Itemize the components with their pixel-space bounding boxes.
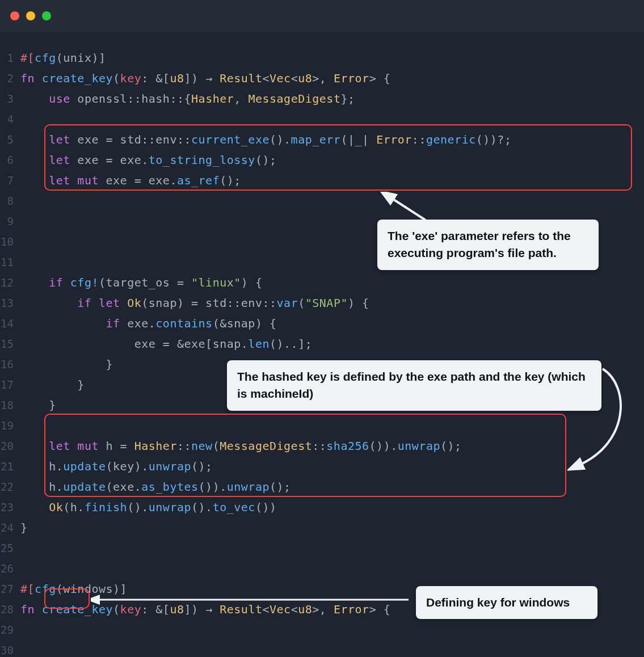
code-content[interactable]: }: [20, 374, 85, 395]
code-content[interactable]: }: [20, 354, 113, 374]
code-line[interactable]: 1#[cfg(unix)]: [0, 48, 644, 68]
code-content[interactable]: if let Ok(snap) = std::env::var("SNAP") …: [20, 293, 369, 313]
line-number: 28: [0, 599, 20, 620]
line-number: 15: [0, 334, 20, 354]
line-number: 20: [0, 436, 20, 456]
code-line[interactable]: 20 let mut h = Hasher::new(MessageDigest…: [0, 436, 644, 456]
minimize-window-button[interactable]: [26, 11, 35, 20]
code-line[interactable]: 5 let exe = std::env::current_exe().map_…: [0, 129, 644, 150]
code-line[interactable]: 23 Ok(h.finish().unwrap().to_vec()): [0, 497, 644, 517]
code-line[interactable]: 24}: [0, 517, 644, 538]
code-content[interactable]: }: [20, 517, 28, 538]
line-number: 3: [0, 89, 20, 109]
code-line[interactable]: 25: [0, 538, 644, 558]
code-line[interactable]: 19: [0, 415, 644, 436]
code-content[interactable]: fn create_key(key: &[u8]) → Result<Vec<u…: [20, 599, 390, 620]
line-number: 21: [0, 456, 20, 477]
code-content[interactable]: let mut exe = exe.as_ref();: [20, 170, 241, 191]
code-content[interactable]: let mut h = Hasher::new(MessageDigest::s…: [20, 436, 462, 456]
line-number: 11: [0, 252, 20, 272]
line-number: 17: [0, 374, 20, 395]
line-number: 9: [0, 211, 20, 231]
line-number: 14: [0, 313, 20, 334]
line-number: 19: [0, 415, 20, 436]
code-line[interactable]: 21 h.update(key).unwrap();: [0, 456, 644, 477]
line-number: 10: [0, 231, 20, 252]
code-line[interactable]: 3 use openssl::hash::{Hasher, MessageDig…: [0, 89, 644, 109]
code-content[interactable]: exe = &exe[snap.len()..];: [20, 334, 312, 354]
line-number: 2: [0, 68, 20, 89]
close-window-button[interactable]: [10, 11, 19, 20]
line-number: 22: [0, 477, 20, 497]
code-content[interactable]: let exe = exe.to_string_lossy();: [20, 150, 277, 170]
zoom-window-button[interactable]: [42, 11, 51, 20]
line-number: 7: [0, 170, 20, 191]
code-content[interactable]: Ok(h.finish().unwrap().to_vec()): [20, 497, 277, 517]
line-number: 18: [0, 395, 20, 415]
line-number: 5: [0, 129, 20, 150]
line-number: 24: [0, 517, 20, 538]
code-content[interactable]: use openssl::hash::{Hasher, MessageDiges…: [20, 89, 355, 109]
code-content[interactable]: h.update(exe.as_bytes()).unwrap();: [20, 477, 291, 497]
code-line[interactable]: 30: [0, 640, 644, 657]
annotation-callout-1: The 'exe' parameter refers to the execut…: [377, 220, 599, 270]
code-line[interactable]: 22 h.update(exe.as_bytes()).unwrap();: [0, 477, 644, 497]
line-number: 26: [0, 558, 20, 579]
code-content[interactable]: fn create_key(key: &[u8]) → Result<Vec<u…: [20, 68, 390, 89]
line-number: 4: [0, 109, 20, 129]
code-line[interactable]: 8: [0, 191, 644, 211]
code-content[interactable]: h.update(key).unwrap();: [20, 456, 213, 477]
code-line[interactable]: 7 let mut exe = exe.as_ref();: [0, 170, 644, 191]
code-editor[interactable]: 1#[cfg(unix)]2fn create_key(key: &[u8]) …: [0, 32, 644, 657]
code-content[interactable]: }: [20, 395, 56, 415]
annotation-callout-2: The hashed key is defined by the exe pat…: [227, 360, 601, 411]
line-number: 25: [0, 538, 20, 558]
code-line[interactable]: 4: [0, 109, 644, 129]
code-line[interactable]: 29: [0, 620, 644, 640]
code-content[interactable]: #[cfg(windows)]: [20, 579, 127, 599]
line-number: 30: [0, 640, 20, 657]
code-line[interactable]: 14 if exe.contains(&snap) {: [0, 313, 644, 334]
code-content[interactable]: if cfg!(target_os = "linux") {: [20, 272, 262, 293]
code-line[interactable]: 26: [0, 558, 644, 579]
window-titlebar: [0, 0, 644, 32]
code-line[interactable]: 13 if let Ok(snap) = std::env::var("SNAP…: [0, 293, 644, 313]
line-number: 27: [0, 579, 20, 599]
line-number: 29: [0, 620, 20, 640]
code-content[interactable]: #[cfg(unix)]: [20, 48, 106, 68]
line-number: 16: [0, 354, 20, 374]
annotation-callout-3: Defining key for windows: [416, 586, 597, 619]
line-number: 23: [0, 497, 20, 517]
code-content[interactable]: let exe = std::env::current_exe().map_er…: [20, 129, 511, 150]
line-number: 12: [0, 272, 20, 293]
line-number: 13: [0, 293, 20, 313]
line-number: 8: [0, 191, 20, 211]
line-number: 6: [0, 150, 20, 170]
line-number: 1: [0, 48, 20, 68]
code-line[interactable]: 2fn create_key(key: &[u8]) → Result<Vec<…: [0, 68, 644, 89]
code-content[interactable]: if exe.contains(&snap) {: [20, 313, 277, 334]
code-line[interactable]: 15 exe = &exe[snap.len()..];: [0, 334, 644, 354]
code-line[interactable]: 6 let exe = exe.to_string_lossy();: [0, 150, 644, 170]
code-line[interactable]: 12 if cfg!(target_os = "linux") {: [0, 272, 644, 293]
